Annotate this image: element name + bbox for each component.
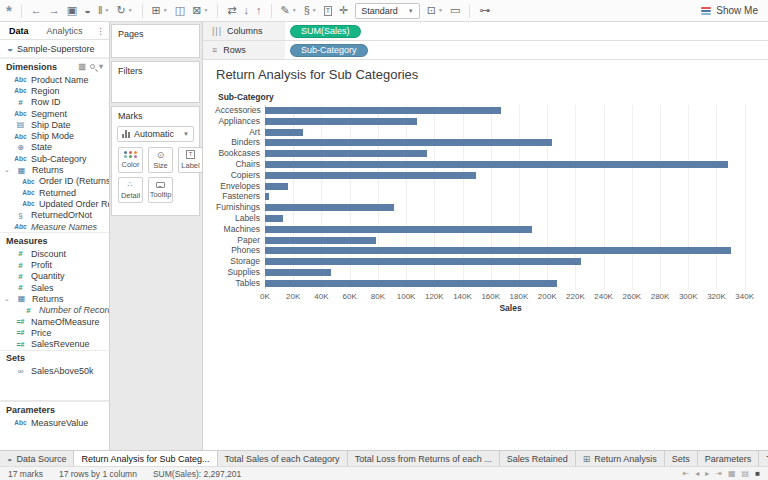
field-item[interactable]: ▤Ship Date (0, 119, 109, 130)
sheet-tab[interactable]: Parameters (698, 451, 760, 466)
bar-mark[interactable] (265, 193, 269, 200)
new-datasource-icon[interactable]: ◒ (84, 5, 91, 16)
bar-mark[interactable] (265, 215, 283, 222)
field-item[interactable]: #Quantity (0, 271, 109, 282)
field-item[interactable]: #Row ID (0, 97, 109, 108)
field-item[interactable]: ⌄▦Returns (0, 293, 109, 304)
bar-mark[interactable] (265, 280, 557, 287)
redo-icon[interactable]: → (49, 5, 60, 16)
category-label[interactable]: Tables (215, 278, 265, 289)
find-field-icon[interactable] (90, 64, 95, 69)
category-label[interactable]: Appliances (215, 116, 265, 127)
sort-ascending-icon[interactable]: ↓ (244, 5, 250, 16)
show-me-button[interactable]: Show Me (701, 5, 758, 16)
first-sheet-icon[interactable]: ⇤ (683, 469, 690, 478)
pause-auto-updates-icon[interactable]: ‖▼ (98, 5, 110, 16)
highlight-icon[interactable]: ✎▼ (281, 5, 297, 16)
category-label[interactable]: Binders (215, 137, 265, 148)
clear-sheet-icon[interactable]: ⊠▼ (192, 5, 208, 16)
bar-mark[interactable] (265, 172, 476, 179)
columns-pill[interactable]: SUM(Sales) (290, 25, 361, 38)
last-sheet-icon[interactable]: ⇥ (715, 469, 722, 478)
show-mark-labels-icon[interactable]: T (324, 6, 332, 16)
sheet-tab[interactable]: TableCalculation (759, 451, 768, 466)
pages-shelf[interactable]: Pages (111, 24, 200, 58)
sheet-tab[interactable]: Total Sales of each Category (218, 451, 348, 466)
category-label[interactable]: Copiers (215, 170, 265, 181)
mark-type-dropdown[interactable]: Automatic ▼ (117, 126, 194, 142)
field-item[interactable]: =#SalesRevenue (0, 339, 109, 350)
sheet-tab[interactable]: Sales Retained (500, 451, 576, 466)
field-item[interactable]: #Sales (0, 282, 109, 293)
category-label[interactable]: Chairs (215, 159, 265, 170)
field-item[interactable]: ⌄▦Returns (0, 164, 109, 175)
fit-selector-icon[interactable]: ⊡▼ (427, 5, 443, 16)
field-item[interactable]: #Profit (0, 259, 109, 270)
marks-button-color[interactable]: Color (118, 147, 143, 173)
sheet-sorter-icon[interactable]: ▦ (728, 469, 736, 478)
bar-mark[interactable] (265, 150, 427, 157)
field-item[interactable]: =#NameOfMeasure (0, 316, 109, 327)
tab-analytics[interactable]: Analytics (38, 26, 92, 36)
rows-pill[interactable]: Sub-Category (290, 44, 368, 57)
bar-mark[interactable] (265, 237, 376, 244)
sheet-tab[interactable]: ◒Data Source (0, 451, 74, 466)
sheet-tab[interactable]: Return Analysis for Sub Categ... (74, 451, 217, 466)
field-item[interactable]: AbcReturned (0, 187, 109, 198)
chevron-down-icon[interactable]: ⌄ (4, 166, 11, 174)
bar-mark[interactable] (265, 107, 501, 114)
category-label[interactable]: Machines (215, 224, 265, 235)
pane-splitter[interactable] (0, 377, 109, 401)
bar-mark[interactable] (265, 226, 532, 233)
value-axis[interactable]: 0K20K40K60K80K100K120K140K160K180K200K22… (265, 289, 756, 301)
undo-icon[interactable]: ← (31, 5, 42, 16)
bar-mark[interactable] (265, 139, 552, 146)
field-item[interactable]: §ReturnedOrNot (0, 210, 109, 221)
sheet-tab[interactable]: Sets (665, 451, 698, 466)
field-item[interactable]: =#Price (0, 327, 109, 338)
bar-mark[interactable] (265, 258, 581, 265)
category-label[interactable]: Furnishings (215, 202, 265, 213)
save-icon[interactable]: ▣ (67, 5, 77, 16)
datasource-item[interactable]: ◒ Sample-Superstore (0, 40, 109, 58)
sheet-tab[interactable]: ⊞Return Analysis (576, 451, 665, 466)
single-view-icon[interactable]: ■ (755, 469, 760, 478)
duplicate-sheet-icon[interactable]: ◫ (175, 5, 185, 16)
swap-rows-columns-icon[interactable]: ⇄ (227, 5, 236, 16)
share-icon[interactable]: ⊶ (479, 5, 490, 16)
category-label[interactable]: Labels (215, 213, 265, 224)
field-item[interactable]: ⊕State (0, 142, 109, 153)
field-item[interactable]: AbcShip Mode (0, 130, 109, 141)
marks-button-label[interactable]: TLabel (178, 147, 203, 173)
category-label[interactable]: Storage (215, 256, 265, 267)
rows-shelf[interactable]: ≡ Rows Sub-Category (202, 41, 768, 60)
category-label[interactable]: Phones (215, 245, 265, 256)
category-label[interactable]: Bookcases (215, 148, 265, 159)
category-label[interactable]: Envelopes (215, 181, 265, 192)
field-item[interactable]: AbcMeasure Names (0, 221, 109, 232)
field-item[interactable]: AbcUpdated Order Returns (0, 198, 109, 209)
field-item[interactable]: #Number of Records (0, 305, 109, 316)
sort-fields-icon[interactable]: ▾ (99, 62, 103, 71)
bar-mark[interactable] (265, 247, 731, 254)
chevron-down-icon[interactable]: ⌄ (4, 295, 11, 303)
bar-mark[interactable] (265, 118, 417, 125)
field-item[interactable]: AbcProduct Name (0, 74, 109, 85)
field-item[interactable]: AbcSub-Category (0, 153, 109, 164)
presentation-mode-icon[interactable]: ▭ (450, 5, 460, 16)
sheet-tab[interactable]: Total Loss from Returns of each ... (348, 451, 500, 466)
bar-mark[interactable] (265, 129, 303, 136)
sort-descending-icon[interactable]: ↑ (256, 5, 262, 16)
category-label[interactable]: Paper (215, 235, 265, 246)
category-label[interactable]: Accessories (215, 105, 265, 116)
new-worksheet-icon[interactable]: ⊞▼ (152, 5, 168, 16)
group-members-icon[interactable]: §▼ (304, 5, 317, 16)
filmstrip-icon[interactable]: ▤ (742, 469, 750, 478)
field-item[interactable]: AbcSegment (0, 108, 109, 119)
field-item[interactable]: ∞SalesAbove50k (0, 366, 109, 377)
tab-data[interactable]: Data (0, 26, 38, 36)
fit-mode-select[interactable]: Standard▼ (355, 3, 419, 19)
view-as-icon[interactable]: ▥ (78, 62, 86, 71)
fix-axes-icon[interactable]: ✛ (339, 5, 348, 16)
bar-mark[interactable] (265, 204, 394, 211)
